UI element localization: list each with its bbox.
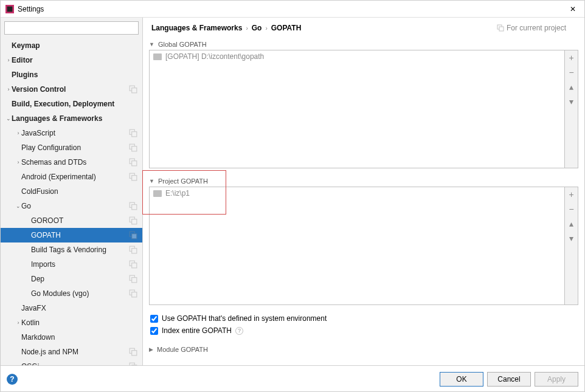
remove-button[interactable]: −	[565, 65, 578, 80]
index-entire-gopath-checkbox[interactable]	[150, 327, 158, 335]
tree-item-goroot[interactable]: GOROOT	[1, 213, 142, 228]
path-entry[interactable]: [GOPATH] D:\izcontent\gopath	[150, 50, 564, 63]
global-gopath-list[interactable]: [GOPATH] D:\izcontent\gopath	[149, 50, 565, 168]
footer: ? OK Cancel Apply	[1, 365, 584, 392]
tree-item-node-js-and-npm[interactable]: Node.js and NPM	[1, 345, 142, 359]
svg-rect-29	[132, 351, 137, 356]
remove-button[interactable]: −	[565, 202, 578, 216]
section-title: Module GOPATH	[157, 346, 208, 353]
checkbox-label: Use GOPATH that's defined in system envi…	[162, 314, 327, 323]
ok-button[interactable]: OK	[440, 372, 483, 387]
tree-arrow-icon: ⌄	[15, 203, 21, 209]
project-scope-icon	[129, 260, 137, 269]
svg-rect-21	[132, 249, 137, 253]
path-entry[interactable]: E:\iz\p1	[150, 187, 564, 199]
add-button[interactable]: +	[565, 50, 578, 65]
tree-item-markdown[interactable]: Markdown	[1, 330, 142, 345]
tree-item-schemas-and-dtds[interactable]: ›Schemas and DTDs	[1, 155, 142, 170]
tree-item-javafx[interactable]: JavaFX	[1, 301, 142, 315]
tree-item-label: Markdown	[21, 333, 142, 342]
tree-item-label: Go Modules (vgo)	[31, 289, 129, 298]
tree-item-label: Keymap	[12, 41, 142, 50]
tree-item-build-execution-deployment[interactable]: Build, Execution, Deployment	[1, 97, 142, 111]
tree-arrow-icon: ›	[15, 159, 21, 165]
tree-item-plugins[interactable]: Plugins	[1, 67, 142, 82]
svg-rect-5	[132, 88, 137, 93]
svg-rect-33	[499, 27, 504, 31]
tree-item-label: Editor	[12, 56, 142, 64]
svg-rect-1	[7, 6, 13, 12]
move-down-button[interactable]: ▾	[565, 231, 578, 246]
breadcrumb: Languages & Frameworks › Go › GOPATH For…	[149, 21, 578, 39]
move-up-button[interactable]: ▴	[565, 216, 578, 231]
collapse-icon: ▼	[149, 178, 154, 184]
tree-item-dep[interactable]: Dep	[1, 272, 142, 286]
project-scope-icon	[129, 216, 137, 225]
tree-item-label: OSGi	[21, 362, 129, 365]
tree-item-label: Imports	[31, 260, 129, 269]
global-list-buttons: + − ▴ ▾	[565, 50, 578, 168]
move-up-button[interactable]: ▴	[565, 80, 578, 94]
tree-item-keymap[interactable]: Keymap	[1, 38, 142, 53]
tree-item-editor[interactable]: ›Editor	[1, 53, 142, 67]
project-list-buttons: + − ▴ ▾	[565, 187, 578, 305]
move-down-button[interactable]: ▾	[565, 94, 578, 109]
project-scope-icon	[129, 246, 137, 254]
tree-item-label: Play Configuration	[21, 143, 129, 152]
tree-arrow-icon: ›	[15, 320, 21, 326]
project-scope-icon	[129, 143, 137, 152]
svg-rect-17	[132, 219, 137, 224]
project-gopath-box: E:\iz\p1 + − ▴ ▾	[149, 187, 578, 305]
project-scope-icon	[129, 202, 137, 210]
tree-item-label: Schemas and DTDs	[21, 158, 129, 167]
close-button[interactable]: ✕	[566, 4, 580, 15]
tree-item-label: Dep	[31, 275, 129, 283]
tree-item-label: JavaFX	[21, 304, 142, 312]
tree-item-kotlin[interactable]: ›Kotlin	[1, 315, 142, 330]
svg-rect-19	[132, 234, 137, 239]
tree-item-osgi[interactable]: OSGi	[1, 359, 142, 365]
search-input[interactable]	[4, 21, 139, 35]
help-button[interactable]: ?	[7, 374, 18, 385]
tree-item-javascript[interactable]: ›JavaScript	[1, 126, 142, 140]
tree-item-label: Plugins	[12, 70, 142, 79]
module-gopath-header[interactable]: ▶ Module GOPATH	[149, 344, 578, 355]
path-text: E:\iz\p1	[165, 189, 190, 198]
tree-item-label: Build Tags & Vendoring	[31, 246, 129, 254]
add-button[interactable]: +	[565, 187, 578, 202]
svg-rect-27	[132, 292, 137, 297]
tree-item-coldfusion[interactable]: ColdFusion	[1, 184, 142, 199]
help-icon[interactable]: ?	[235, 327, 243, 335]
project-scope-icon	[129, 289, 137, 298]
cancel-button[interactable]: Cancel	[487, 372, 531, 387]
tree-item-gopath[interactable]: GOPATH	[1, 228, 142, 242]
breadcrumb-part: GOPATH	[271, 24, 302, 32]
tree-item-languages-frameworks[interactable]: ⌄Languages & Frameworks	[1, 111, 142, 126]
project-gopath-list[interactable]: E:\iz\p1	[149, 187, 565, 305]
folder-icon	[153, 53, 162, 60]
project-gopath-header[interactable]: ▼ Project GOPATH	[149, 176, 578, 187]
main-panel: Languages & Frameworks › Go › GOPATH For…	[143, 18, 584, 365]
apply-button[interactable]: Apply	[535, 372, 578, 387]
global-gopath-header[interactable]: ▼ Global GOPATH	[149, 39, 578, 50]
project-scope-icon	[129, 85, 137, 94]
project-scope-icon	[129, 362, 137, 365]
window-title: Settings	[18, 5, 566, 13]
scope-text: For current project	[507, 24, 566, 32]
tree-arrow-icon: ›	[15, 130, 21, 136]
use-system-gopath-row: Use GOPATH that's defined in system envi…	[149, 312, 578, 325]
tree-item-android-experimental-[interactable]: Android (Experimental)	[1, 170, 142, 184]
tree-item-imports[interactable]: Imports	[1, 257, 142, 272]
svg-rect-25	[132, 278, 137, 283]
tree-item-play-configuration[interactable]: Play Configuration	[1, 140, 142, 155]
svg-rect-11	[132, 161, 137, 166]
svg-rect-9	[132, 146, 137, 151]
tree-item-go-modules-vgo-[interactable]: Go Modules (vgo)	[1, 286, 142, 301]
settings-tree[interactable]: Keymap›EditorPlugins›Version ControlBuil…	[1, 38, 142, 365]
tree-item-go[interactable]: ⌄Go	[1, 199, 142, 213]
scope-indicator: For current project	[497, 24, 578, 32]
use-system-gopath-checkbox[interactable]	[150, 315, 158, 323]
tree-item-build-tags-vendoring[interactable]: Build Tags & Vendoring	[1, 242, 142, 257]
folder-icon	[153, 190, 162, 197]
tree-item-version-control[interactable]: ›Version Control	[1, 82, 142, 97]
